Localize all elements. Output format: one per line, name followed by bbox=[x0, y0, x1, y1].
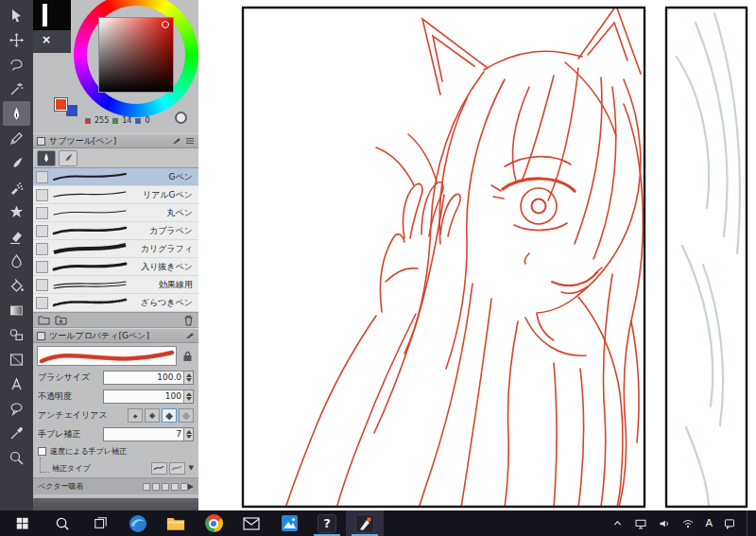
collapsed-panel-strip[interactable] bbox=[33, 0, 71, 30]
subtool-item-real-gpen[interactable]: リアルGペン bbox=[33, 186, 198, 204]
volume-icon[interactable] bbox=[658, 517, 671, 530]
photos-app-icon[interactable] bbox=[270, 510, 308, 536]
antialias-none-button[interactable]: ◆ bbox=[128, 408, 143, 423]
subtool-list-footer bbox=[33, 312, 198, 328]
correction-type-row: 補正タイプ ▼ bbox=[33, 458, 198, 477]
marker-category-button[interactable] bbox=[59, 150, 77, 166]
show-desktop-button[interactable] bbox=[747, 510, 750, 536]
zoom-tool-icon[interactable] bbox=[3, 445, 30, 470]
correction-type-option-a[interactable] bbox=[151, 462, 167, 475]
subtool-item-gpen[interactable]: Gペン bbox=[33, 168, 198, 186]
hidden-icons-button[interactable] bbox=[611, 517, 624, 529]
airbrush-tool-icon[interactable] bbox=[3, 175, 30, 199]
subtool-panel-header[interactable]: サブツール[ペン] bbox=[33, 133, 198, 148]
opacity-row: 不透明度 100 bbox=[33, 387, 198, 406]
pen-category-button[interactable] bbox=[37, 150, 56, 166]
canvas-area[interactable] bbox=[198, 0, 756, 510]
stroke-preview bbox=[51, 223, 129, 238]
text-tool-icon[interactable] bbox=[3, 372, 30, 396]
blend-tool-icon[interactable] bbox=[3, 249, 30, 273]
subtool-label: リアルGペン bbox=[143, 189, 196, 201]
correction-type-option-b[interactable] bbox=[169, 462, 185, 475]
antialias-medium-button[interactable]: ◆ bbox=[162, 408, 177, 423]
network-icon[interactable] bbox=[681, 517, 695, 530]
decoration-tool-icon[interactable] bbox=[3, 199, 30, 224]
fill-tool-icon[interactable] bbox=[3, 273, 30, 298]
monitor-icon[interactable] bbox=[634, 517, 647, 530]
subtool-item-taper-pen[interactable]: 入り抜きペン bbox=[33, 258, 198, 276]
magic-wand-tool-icon[interactable] bbox=[3, 77, 30, 101]
subtool-item-calligraphy[interactable]: カリグラフィ bbox=[33, 240, 198, 258]
opacity-slider[interactable]: 100 bbox=[103, 389, 194, 404]
chrome-app-icon[interactable] bbox=[195, 510, 232, 536]
brush-size-stepper[interactable] bbox=[183, 372, 193, 384]
task-view-icon bbox=[94, 516, 108, 530]
add-subtool-icon[interactable] bbox=[55, 315, 67, 325]
vector-snap-label: ベクター吸着 bbox=[38, 481, 141, 492]
saturation-value-square[interactable] bbox=[98, 17, 174, 93]
subtool-item-effect-line[interactable]: 効果線用 bbox=[33, 276, 198, 294]
pinned-apps: ? bbox=[119, 510, 384, 536]
vector-snap-segment[interactable] bbox=[180, 483, 188, 491]
clip-studio-app-icon[interactable]: ? bbox=[308, 510, 346, 536]
vector-snap-segment[interactable] bbox=[162, 483, 169, 491]
subtool-label: ざらつきペン bbox=[141, 297, 196, 309]
edge-app-icon[interactable] bbox=[119, 510, 157, 536]
lasso-tool-icon[interactable] bbox=[3, 52, 30, 77]
stabilization-stepper[interactable] bbox=[183, 428, 193, 441]
pen-tool-icon[interactable] bbox=[3, 101, 30, 126]
subtool-item-rough-pen[interactable]: ざらつきペン bbox=[33, 294, 198, 312]
eraser-tool-icon[interactable] bbox=[3, 224, 30, 249]
edit-pencil-icon[interactable] bbox=[185, 332, 195, 339]
tool-property-panel-header[interactable]: ツールプロパティ[Gペン] bbox=[33, 328, 198, 343]
edit-pen-icon[interactable] bbox=[172, 137, 181, 145]
brush-size-slider[interactable]: 100.0 bbox=[103, 371, 194, 385]
lock-icon[interactable] bbox=[180, 349, 195, 364]
search-button[interactable] bbox=[43, 510, 81, 536]
system-tray: A bbox=[611, 510, 756, 536]
subtool-panel-title: サブツール[ペン] bbox=[49, 135, 168, 147]
stabilization-slider[interactable]: 7 bbox=[103, 427, 194, 441]
panel-bottom-strip bbox=[33, 498, 198, 510]
mail-app-icon[interactable] bbox=[232, 510, 270, 536]
opacity-stepper[interactable] bbox=[183, 390, 193, 403]
antialias-weak-button[interactable]: ◆ bbox=[145, 408, 160, 423]
pencil-tool-icon[interactable] bbox=[3, 126, 30, 150]
trash-icon[interactable] bbox=[183, 315, 194, 326]
file-explorer-app-icon[interactable] bbox=[157, 510, 195, 536]
task-view-button[interactable] bbox=[81, 510, 119, 536]
brush-tool-icon[interactable] bbox=[3, 150, 30, 175]
panel-menu-icon[interactable] bbox=[185, 137, 195, 145]
move-tool-icon[interactable] bbox=[3, 27, 30, 52]
brush-size-row: ブラシサイズ 100.0 bbox=[33, 368, 198, 387]
vector-snap-segment[interactable] bbox=[171, 483, 179, 491]
speed-stabilization-label: 速度による手ブレ補正 bbox=[50, 446, 194, 457]
color-set-icon[interactable] bbox=[175, 112, 187, 124]
ime-indicator[interactable]: A bbox=[705, 517, 713, 529]
start-button[interactable] bbox=[0, 510, 43, 536]
operation-tool-icon[interactable] bbox=[3, 3, 30, 27]
foreground-color-swatch[interactable] bbox=[54, 97, 68, 112]
action-center-button[interactable] bbox=[723, 517, 736, 530]
subtool-thumbnail bbox=[36, 189, 48, 201]
expand-arrow-icon[interactable]: ▶ bbox=[188, 482, 194, 491]
gradient-tool-icon[interactable] bbox=[3, 298, 30, 322]
panel-grid-icon bbox=[37, 137, 45, 146]
figure-tool-icon[interactable] bbox=[3, 322, 30, 347]
new-folder-icon[interactable] bbox=[38, 315, 50, 325]
subtool-item-maru-pen[interactable]: 丸ペン bbox=[33, 204, 198, 222]
clip-studio-icon: ? bbox=[318, 514, 336, 533]
clip-studio-paint-app-icon[interactable] bbox=[346, 510, 384, 536]
eyedropper-tool-icon[interactable] bbox=[3, 421, 30, 445]
correction-type-dropdown-icon[interactable]: ▼ bbox=[189, 464, 194, 472]
subtool-item-kabura-pen[interactable]: カブラペン bbox=[33, 222, 198, 240]
panel-close-area[interactable]: × bbox=[33, 30, 71, 53]
antialias-strong-button[interactable]: ◆ bbox=[179, 408, 194, 423]
speed-stabilization-checkbox[interactable] bbox=[38, 447, 46, 456]
vector-snap-segment[interactable] bbox=[143, 483, 150, 491]
balloon-tool-icon[interactable] bbox=[3, 396, 30, 421]
vector-snap-segment[interactable] bbox=[152, 483, 160, 491]
stabilization-label: 手ブレ補正 bbox=[38, 428, 103, 441]
close-icon[interactable]: × bbox=[42, 33, 51, 46]
frame-border-tool-icon[interactable] bbox=[3, 347, 30, 372]
